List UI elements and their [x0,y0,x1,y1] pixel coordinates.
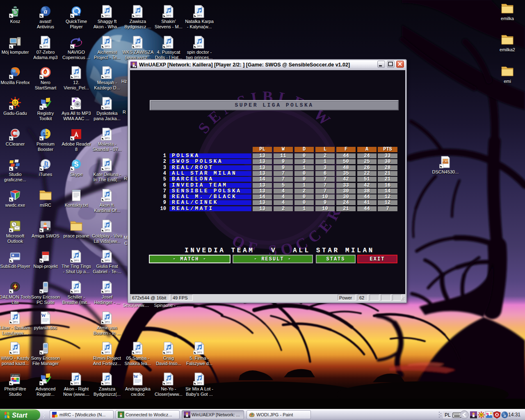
svg-text:a: a [504,413,506,418]
svg-text:PL: PL [445,412,451,418]
svg-text:Start: Start [12,411,28,419]
